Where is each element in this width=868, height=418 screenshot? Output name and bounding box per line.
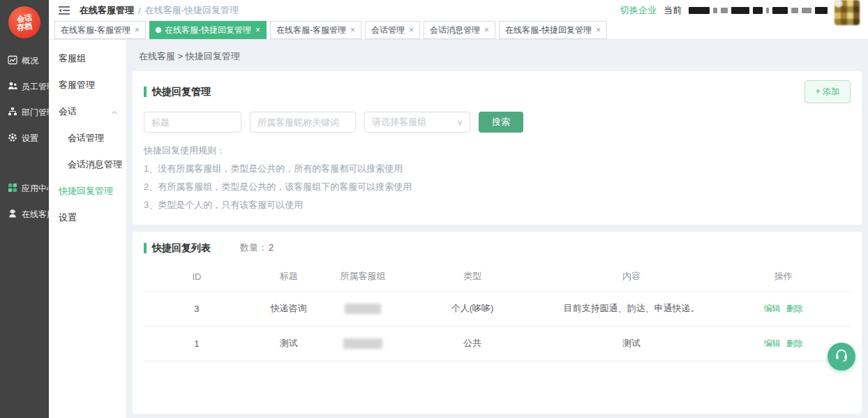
add-button[interactable]: + 添加: [805, 80, 851, 103]
cell-id: 1: [144, 326, 250, 361]
tags-view-bar: 在线客服-客服管理× 在线客服-快捷回复管理× 在线客服-客服管理× 会话管理×…: [49, 21, 868, 40]
menu-item-kefuzu[interactable]: 客服组: [49, 45, 126, 72]
tab-label: 在线客服-客服管理: [276, 24, 346, 36]
menu-item-huihua-guanli[interactable]: 会话管理: [49, 125, 126, 151]
breadcrumb-current: 在线客服-快捷回复管理: [145, 4, 239, 17]
active-dot-icon: [156, 27, 161, 33]
redacted-blur: [345, 304, 381, 314]
table-row: 3 快递咨询 个人(哆哆) 目前支持圆通、韵达、申通快递。 编辑删除: [144, 291, 851, 326]
count-value: 2: [269, 242, 274, 253]
breadcrumb-root[interactable]: 在线客服管理: [80, 4, 134, 17]
top-navbar: 在线客服管理 / 在线客服-快捷回复管理 切换企业 当前: [49, 0, 868, 21]
close-icon[interactable]: ×: [409, 25, 414, 35]
table-row: 1 测试 公共 测试 编辑删除: [144, 326, 851, 361]
group-select[interactable]: 请选择客服组 ∨: [364, 112, 470, 133]
tab-label: 会话管理: [371, 24, 405, 36]
app-logo: 会话 存档: [8, 6, 40, 38]
close-icon[interactable]: ×: [255, 25, 260, 35]
menu-label: 会话管理: [68, 132, 104, 144]
cell-actions: 编辑删除: [716, 291, 851, 326]
close-icon[interactable]: ×: [484, 25, 489, 35]
cell-content: 目前支持圆通、韵达、申通快递。: [546, 291, 716, 326]
settings-gear-icon: [8, 133, 17, 144]
chevron-down-icon: ∨: [457, 118, 463, 127]
chevron-up-icon: [111, 107, 118, 117]
col-header-content: 内容: [546, 262, 716, 291]
switch-company-link[interactable]: 切换企业: [620, 4, 657, 17]
cell-title: 测试: [250, 326, 327, 361]
breadcrumb-separator: /: [138, 6, 141, 16]
sidebar-item-staff[interactable]: 员工管理: [0, 74, 49, 100]
menu-item-kefu-guanli[interactable]: 客服管理: [49, 72, 126, 98]
redacted-company-name: [689, 7, 828, 14]
user-avatar[interactable]: [835, 0, 860, 25]
search-button[interactable]: 搜索: [479, 112, 523, 133]
edit-link[interactable]: 编辑: [764, 338, 781, 348]
count-wrap: 数量：2: [240, 241, 274, 254]
col-header-id: ID: [144, 262, 250, 291]
app-center-icon: [8, 183, 17, 195]
tab-label: 在线客服-快捷回复管理: [505, 24, 592, 36]
edit-link[interactable]: 编辑: [764, 304, 781, 313]
sidebar-item-department[interactable]: 部门管理: [0, 100, 49, 126]
tab-label: 会话消息管理: [430, 24, 480, 36]
sidebar-item-online-service[interactable]: 在线客服: [0, 202, 49, 227]
menu-label: 客服组: [59, 52, 86, 65]
tab-kefu-guanli-1[interactable]: 在线客服-客服管理×: [54, 21, 146, 39]
close-icon[interactable]: ×: [350, 25, 355, 35]
agent-nickname-input[interactable]: [250, 112, 356, 133]
overview-chart-icon: [8, 55, 17, 67]
main-region: 在线客服管理 / 在线客服-快捷回复管理 切换企业 当前 在线客服-客服管理× …: [49, 0, 868, 418]
menu-label: 客服管理: [59, 79, 95, 91]
cell-type: 公共: [398, 326, 547, 361]
hamburger-icon[interactable]: [59, 6, 70, 15]
col-header-actions: 操作: [716, 262, 851, 291]
list-title: 快捷回复列表: [144, 243, 211, 253]
sidebar-item-settings[interactable]: 设置: [0, 126, 49, 151]
primary-sidebar: 会话 存档 概况 员工管理 部门管理 设置: [0, 0, 49, 418]
redacted-blur: [343, 338, 382, 349]
tab-huihua-guanli[interactable]: 会话管理×: [365, 21, 420, 39]
tab-huihua-xiaoxi[interactable]: 会话消息管理×: [424, 21, 495, 39]
col-header-title: 标题: [250, 262, 327, 291]
body-row: 客服组 客服管理 会话 会话管理 会话消息管理 快捷回复管理 设置 在线客服 >…: [49, 40, 868, 418]
section-title: 快捷回复管理: [144, 87, 211, 97]
tab-kuaijie-huifu-2[interactable]: 在线客服-快捷回复管理×: [499, 21, 607, 39]
delete-link[interactable]: 删除: [786, 338, 803, 348]
tab-kefu-guanli-2[interactable]: 在线客服-客服管理×: [270, 21, 361, 39]
cell-id: 3: [144, 291, 250, 326]
col-header-group: 所属客服组: [327, 262, 398, 291]
online-service-icon: [8, 209, 17, 221]
close-icon[interactable]: ×: [135, 25, 140, 35]
tab-kuaijie-huifu-active[interactable]: 在线客服-快捷回复管理×: [149, 21, 267, 39]
cell-group-redacted: [327, 326, 398, 361]
app-window: 会话 存档 概况 员工管理 部门管理 设置: [0, 0, 868, 418]
staff-icon: [8, 81, 17, 93]
current-company-prefix: 当前: [664, 4, 682, 17]
cell-title: 快递咨询: [250, 291, 327, 326]
usage-rules: 快捷回复使用规则： 1、没有所属客服组，类型是公共的，所有的客服都可以搜索使用 …: [144, 142, 851, 214]
menu-item-shezhi[interactable]: 设置: [49, 204, 126, 231]
sidebar-item-app-center[interactable]: 应用中心: [0, 176, 49, 202]
tab-label: 在线客服-快捷回复管理: [165, 24, 251, 36]
title-input[interactable]: [144, 112, 241, 133]
menu-item-huihua-xiaoxi-guanli[interactable]: 会话消息管理: [49, 151, 126, 178]
sidebar-item-overview[interactable]: 概况: [0, 48, 49, 74]
search-card: 快捷回复管理 + 添加 请选择客服组 ∨ 搜索 快捷回复使用规则：: [133, 71, 862, 225]
menu-item-huihua[interactable]: 会话: [49, 98, 126, 125]
col-header-type: 类型: [398, 262, 547, 291]
menu-label: 会话: [59, 105, 77, 118]
page-breadcrumb: 在线客服 > 快捷回复管理: [133, 40, 862, 71]
close-icon[interactable]: ×: [596, 25, 601, 35]
rule-line: 1、没有所属客服组，类型是公共的，所有的客服都可以搜索使用: [144, 160, 851, 178]
reply-table: ID 标题 所属客服组 类型 内容 操作 3 快递咨询: [144, 262, 851, 361]
delete-link[interactable]: 删除: [786, 304, 803, 313]
headset-icon: [834, 348, 849, 366]
menu-item-kuaijie-huifu-guanli[interactable]: 快捷回复管理: [49, 178, 126, 204]
rules-title: 快捷回复使用规则：: [144, 142, 851, 160]
count-label: 数量：: [240, 242, 267, 253]
main-content: 在线客服 > 快捷回复管理 快捷回复管理 + 添加 请选择客服组 ∨: [126, 40, 868, 418]
customer-service-float-button[interactable]: [828, 343, 855, 371]
list-card: 快捷回复列表 数量：2 ID 标题 所属客服组 类型: [133, 232, 862, 414]
table-header-row: ID 标题 所属客服组 类型 内容 操作: [144, 262, 851, 291]
